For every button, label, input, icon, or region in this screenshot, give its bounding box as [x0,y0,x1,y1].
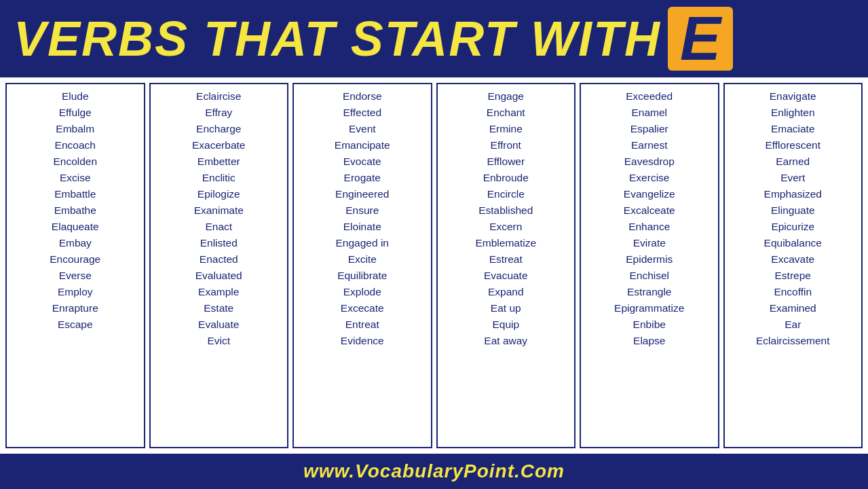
word-item: Equip [492,316,519,333]
word-item: Encourage [50,251,100,268]
word-item: Evict [207,333,230,349]
word-item: Encharge [196,121,241,137]
word-item: Encolden [53,153,97,170]
word-item: Ermine [489,121,523,137]
word-item: Enbroude [483,170,529,186]
word-item: Evaluate [198,316,239,333]
word-item: Employ [58,284,93,300]
word-item: Evocate [343,153,381,170]
word-item: Engage [488,88,524,105]
word-item: Everse [59,268,92,284]
header: VERBS THAT START WITH E [0,0,868,77]
word-item: Ear [785,316,801,333]
word-item: Excecate [341,300,384,316]
word-item: Estate [204,300,233,316]
word-item: Equilibrate [337,268,387,284]
word-item: Encoffin [774,284,812,300]
word-item: Evangelize [624,186,675,202]
word-item: Exceeded [626,88,673,105]
word-item: Emaciate [771,121,815,137]
word-item: Engaged in [336,235,389,251]
word-column-1: EludeEffulgeEmbalmEncoachEncoldenExciseE… [5,83,145,448]
word-item: Effront [491,137,521,153]
word-item: Explode [343,284,381,300]
word-column-6: EnavigateEnlightenEmaciateEfflorescentEa… [723,83,863,448]
header-left: VERBS THAT START WITH E [14,7,854,71]
word-item: Espalier [630,121,668,137]
word-item: Excalceate [624,202,675,219]
word-item: Enavigate [770,88,816,105]
word-item: Evirate [633,235,666,251]
word-item: Entreat [345,316,379,333]
word-item: Exacerbate [192,137,245,153]
word-item: Enchisel [629,268,669,284]
footer: www.VocabularyPoint.Com [0,454,868,489]
word-item: Excise [60,170,91,186]
word-item: Enact [205,219,232,235]
header-title: VERBS THAT START WITH [14,14,661,63]
word-item: Estrepe [775,268,811,284]
word-column-5: ExceededEnamelEspalierEarnestEavesdropEx… [580,83,719,448]
word-item: Estrangle [627,284,671,300]
word-item: Encircle [487,186,525,202]
word-item: Effulge [59,105,92,121]
word-item: Evert [780,170,805,186]
word-item: Examined [770,300,816,316]
word-item: Engineered [335,186,389,202]
word-item: Established [478,202,533,219]
word-item: Enhance [628,219,670,235]
word-item: Eloinate [343,219,381,235]
word-item: Earned [776,153,810,170]
word-item: Effected [343,105,381,121]
word-item: Efflower [487,153,525,170]
word-item: Elaqueate [52,219,99,235]
word-item: Enrapture [52,300,98,316]
word-item: Eavesdrop [624,153,675,170]
word-item: Epigrammatize [614,300,684,316]
word-column-2: EclairciseEffrayEnchargeExacerbateEmbett… [149,83,289,448]
word-column-4: EngageEnchantErmineEffrontEfflowerEnbrou… [436,83,576,448]
word-item: Excavate [771,251,814,268]
word-item: Enamel [631,105,667,121]
word-item: Expand [488,284,524,300]
word-item: Ensure [345,202,379,219]
word-item: Encoach [55,137,96,153]
word-item: Emblematize [475,235,536,251]
content-area: EludeEffulgeEmbalmEncoachEncoldenExciseE… [0,77,868,454]
header-letter: E [668,7,733,71]
word-item: Elude [62,88,89,105]
word-item: Enchant [487,105,525,121]
word-item: Exercise [629,170,669,186]
word-item: Emancipate [335,137,390,153]
word-item: Escape [58,316,93,333]
word-item: Elapse [633,333,665,349]
word-item: Emphasized [764,186,822,202]
word-item: Epilogize [197,186,240,202]
word-item: Efflorescent [765,137,820,153]
word-item: Excern [489,219,522,235]
word-item: Embathe [54,202,96,219]
main-wrapper: VERBS THAT START WITH E EludeEffulgeEmba… [0,0,868,489]
word-item: Embattle [54,186,96,202]
word-item: Estreat [489,251,523,268]
word-item: Excite [348,251,377,268]
word-item: Enlighten [771,105,815,121]
word-item: Enclitic [202,170,235,186]
word-item: Embalm [56,121,94,137]
word-item: Enbibe [633,316,666,333]
word-item: Eclaircissement [756,333,830,349]
word-item: Erogate [344,170,381,186]
word-item: Earnest [631,137,667,153]
word-item: Embay [59,235,92,251]
word-item: Evacuate [484,268,528,284]
word-item: Epidermis [626,251,673,268]
word-item: Event [349,121,376,137]
word-column-3: EndorseEffectedEventEmancipateEvocateEro… [293,83,432,448]
word-item: Eclaircise [196,88,241,105]
word-item: Enlisted [200,235,238,251]
footer-url: www.VocabularyPoint.Com [303,460,565,482]
word-item: Evidence [341,333,384,349]
word-item: Embetter [197,153,240,170]
word-item: Eat away [484,333,527,349]
word-item: Example [198,284,239,300]
